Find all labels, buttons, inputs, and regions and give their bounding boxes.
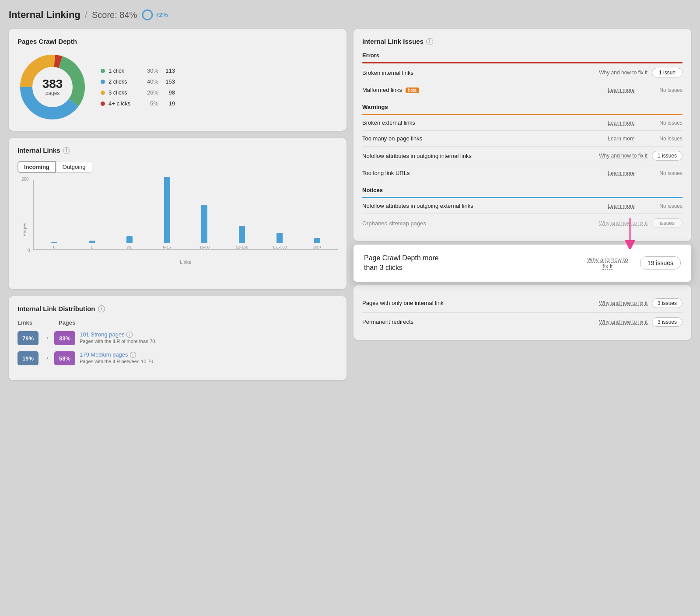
bars-container: 0 1 2-5 6-15 (34, 180, 338, 249)
dist-link-1-info[interactable]: i (126, 332, 133, 338)
bar-151-500 (276, 233, 283, 243)
issue-broken-external: Broken external links Learn more No issu… (362, 115, 682, 131)
bar-group-1: 1 (74, 241, 110, 249)
donut-chart: 383 pages (18, 52, 88, 122)
issue-malformed: Malformed links beta Learn more No issue… (362, 82, 682, 98)
issue-link-nofollow-external[interactable]: Learn more (599, 203, 643, 209)
legend-pct-1click: 30% (143, 67, 158, 74)
issue-link-nofollow-internal[interactable]: Why and how to fix it (599, 153, 648, 159)
bar-group-16-50: 16-50 (187, 205, 223, 249)
bar-1 (89, 241, 95, 243)
tab-incoming[interactable]: Incoming (18, 161, 56, 173)
issue-permanent-redirects: Permanent redirects Why and how to fix i… (362, 313, 682, 331)
issue-status-long-urls: No issues (648, 170, 682, 176)
warnings-section: Warnings Broken external links Learn mor… (362, 104, 682, 181)
bar-label-500+: 500+ (313, 245, 322, 249)
bar-label-1: 1 (91, 245, 93, 249)
issues-title: Internal Link Issues i (362, 38, 682, 45)
issue-one-internal: Pages with only one internal link Why an… (362, 294, 682, 313)
bar-chart-inner: 200 0 0 1 (33, 180, 338, 250)
bar-6-15 (164, 177, 170, 243)
tooltip-badge[interactable]: 19 issues (640, 256, 681, 270)
dist-row-2: 19% → 58% 179 Medium pages i Pages with … (18, 351, 338, 365)
arrow-svg (621, 218, 639, 249)
beta-badge: beta (406, 88, 419, 93)
bar-0 (51, 242, 57, 243)
issue-badge-broken-internal[interactable]: 1 issue (652, 68, 682, 77)
dist-link-1[interactable]: 101 Strong pages (80, 331, 125, 338)
issue-link-permanent-redirects[interactable]: Why and how to fix it (599, 319, 648, 325)
y-tick-label-200: 200 (21, 177, 29, 182)
score-delta: +2% (155, 11, 168, 18)
bar-label-6-15: 6-15 (163, 245, 171, 249)
issue-name-nofollow-internal: Nofollow attributes in outgoing internal… (362, 153, 595, 159)
dist-link-2-info[interactable]: i (130, 352, 136, 358)
score-circle-icon (141, 9, 154, 21)
issue-name-malformed: Malformed links beta (362, 87, 595, 93)
dist-links-label: Links (18, 319, 32, 326)
notices-header: Notices (362, 187, 682, 197)
issue-badge-orphaned[interactable]: issues (652, 218, 682, 228)
dist-pct2-1: 33% (54, 331, 75, 345)
legend-pct-2clicks: 40% (143, 78, 158, 85)
bar-label-151-500: 151-500 (273, 245, 287, 249)
issues-info-icon[interactable]: i (426, 38, 433, 45)
issue-link-broken-external[interactable]: Learn more (599, 120, 643, 126)
dist-info-1: 101 Strong pages i Pages with the ILR of… (80, 331, 338, 344)
issue-status-nofollow-external: No issues (648, 203, 682, 209)
issue-link-broken-internal[interactable]: Why and how to fix it (599, 70, 648, 76)
y-axis-label: Pages (22, 223, 27, 236)
issue-name-permanent-redirects: Permanent redirects (362, 318, 595, 325)
bar-16-50 (201, 205, 207, 243)
donut-label: pages (42, 90, 63, 96)
bar-label-16-50: 16-50 (200, 245, 210, 249)
internal-links-info-icon[interactable]: i (63, 147, 70, 154)
issue-badge-nofollow-internal[interactable]: 1 issues (652, 151, 682, 161)
legend-pct-4clicks: 5% (143, 100, 158, 107)
warnings-header: Warnings (362, 104, 682, 114)
issue-link-long-urls[interactable]: Learn more (599, 170, 643, 176)
distribution-title: Internal Link Distribution i (18, 305, 338, 312)
tooltip-fix-link[interactable]: Why and how tofix it (586, 256, 630, 270)
issues-card-bottom: Pages with only one internal link Why an… (354, 285, 691, 340)
dist-info-2: 179 Medium pages i Pages with the ILR be… (80, 351, 338, 364)
legend-item-3clicks: 3 clicks 26% 98 (101, 89, 175, 96)
issue-name-broken-external: Broken external links (362, 119, 595, 126)
issue-status-malformed: No issues (648, 87, 682, 93)
dist-pct1-1: 79% (18, 331, 38, 345)
x-axis-title: Links (33, 259, 338, 265)
donut-content: 383 pages 1 click 30% 113 2 clicks (18, 52, 338, 122)
tooltip-content: Page Crawl Depth morethan 3 clicks (364, 253, 575, 273)
issue-name-too-many-links: Too many on-page links (362, 135, 595, 142)
legend-count-3clicks: 98 (162, 89, 175, 96)
distribution-info-icon[interactable]: i (98, 305, 105, 312)
score-text: Score: 84% (92, 10, 137, 20)
issue-link-too-many-links[interactable]: Learn more (599, 136, 643, 142)
dist-pct1-2: 19% (18, 351, 38, 365)
dist-arrow-2: → (43, 351, 50, 362)
legend-pct-3clicks: 26% (143, 89, 158, 96)
dist-pct2-2: 58% (54, 351, 75, 365)
legend-dot-2clicks (101, 80, 105, 84)
header-divider: / (85, 9, 88, 21)
tab-outgoing[interactable]: Outgoing (56, 161, 92, 173)
dist-link-2[interactable]: 179 Medium pages (80, 351, 128, 358)
tooltip-link-area: Why and how tofix it (586, 256, 630, 270)
legend-label-3clicks: 3 clicks (108, 89, 139, 96)
dist-desc-1: Pages with the ILR of more than 70. (80, 339, 338, 344)
issue-badge-one-internal[interactable]: 3 issues (652, 298, 682, 308)
bar-chart-wrapper: Pages 200 0 0 (18, 180, 338, 280)
bar-group-2-5: 2-5 (112, 236, 147, 249)
legend: 1 click 30% 113 2 clicks 40% 153 3 click… (101, 67, 175, 107)
issue-name-nofollow-external: Nofollow attributes in outgoing external… (362, 203, 595, 209)
issue-badge-permanent-redirects[interactable]: 3 issues (652, 317, 682, 327)
right-column: Internal Link Issues i Errors Broken int… (354, 29, 691, 340)
issue-name-orphaned: Orphaned sitemap pages (362, 220, 595, 227)
legend-item-1click: 1 click 30% 113 (101, 67, 175, 74)
issue-link-malformed[interactable]: Learn more (599, 87, 643, 93)
crawl-depth-card: Pages Crawl Depth 383 (9, 29, 346, 131)
bar-group-0: 0 (36, 242, 72, 249)
left-column: Pages Crawl Depth 383 (9, 29, 346, 380)
issue-link-one-internal[interactable]: Why and how to fix it (599, 300, 648, 306)
legend-label-4clicks: 4+ clicks (108, 100, 139, 107)
